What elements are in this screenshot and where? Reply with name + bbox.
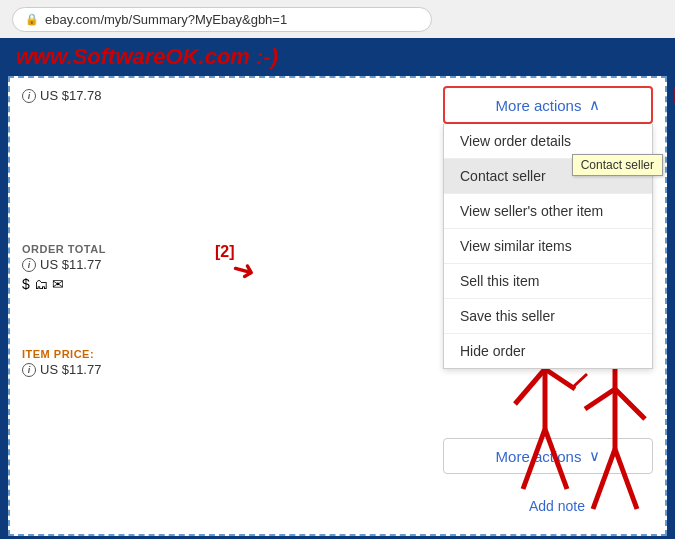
order-total-info-icon[interactable]: i	[22, 258, 36, 272]
dropdown-item-view-similar[interactable]: View similar items	[444, 229, 652, 264]
browser-bar: 🔒 ebay.com/myb/Summary?MyEbay&gbh=1	[0, 0, 675, 38]
order-total-section: ORDER TOTAL i US $11.77 $ 🗂 ✉	[22, 243, 106, 292]
dropdown-item-hide-order[interactable]: Hide order	[444, 334, 652, 368]
dollar-icon: $	[22, 276, 30, 292]
dropdown-item-sell-item[interactable]: Sell this item	[444, 264, 652, 299]
url-text: ebay.com/myb/Summary?MyEbay&gbh=1	[45, 12, 287, 27]
order-total-value: US $11.77	[40, 257, 101, 272]
item-price-section: ITEM PRICE: i US $11.77	[22, 348, 101, 377]
item-price-value: US $11.77	[40, 362, 101, 377]
more-actions-bottom-label: More actions	[496, 448, 582, 465]
top-price-info-icon[interactable]: i	[22, 89, 36, 103]
more-actions-top-chevron: ∧	[589, 96, 600, 114]
more-actions-bottom-button[interactable]: More actions ∨	[443, 438, 653, 474]
watermark: www.SoftwareOK.com :-)	[0, 38, 675, 76]
top-price-label: i US $17.78	[22, 88, 101, 103]
top-price-amount: US $17.78	[40, 88, 101, 103]
add-note-link[interactable]: Add note	[529, 498, 585, 514]
folder-icon: 🗂	[34, 276, 48, 292]
contact-seller-tooltip: Contact seller	[572, 154, 663, 176]
item-price-label: ITEM PRICE:	[22, 348, 101, 360]
label-2: [2]	[215, 243, 235, 261]
order-total-label: ORDER TOTAL	[22, 243, 106, 255]
more-actions-bottom-chevron: ∨	[589, 447, 600, 465]
more-actions-top-label: More actions	[496, 97, 582, 114]
item-price-info-icon[interactable]: i	[22, 363, 36, 377]
more-actions-bottom-container: More actions ∨	[443, 438, 653, 474]
lock-icon: 🔒	[25, 13, 39, 26]
dropdown-item-save-seller[interactable]: Save this seller	[444, 299, 652, 334]
item-price-amount: i US $11.77	[22, 362, 101, 377]
order-icons-row: $ 🗂 ✉	[22, 276, 106, 292]
dropdown-item-view-seller-items[interactable]: View seller's other item	[444, 194, 652, 229]
url-bar[interactable]: 🔒 ebay.com/myb/Summary?MyEbay&gbh=1	[12, 7, 432, 32]
mail-icon: ✉	[52, 276, 64, 292]
more-actions-top-button[interactable]: More actions ∧	[443, 86, 653, 124]
content-area: i US $17.78 More actions ∧ View order de…	[8, 76, 667, 536]
more-actions-top-container: More actions ∧ View order details Contac…	[443, 86, 653, 369]
order-total-amount: i US $11.77	[22, 257, 106, 272]
